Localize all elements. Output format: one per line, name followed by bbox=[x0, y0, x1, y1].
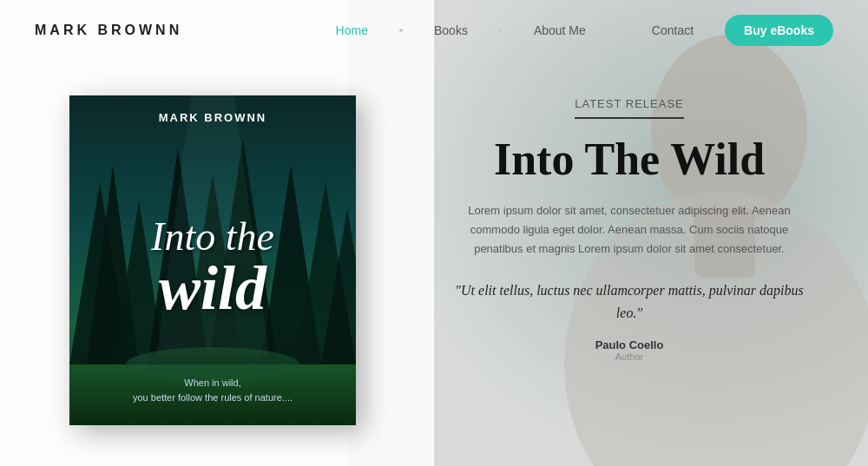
quote-author-name: Paulo Coello bbox=[443, 338, 816, 351]
book-cover-title: Into the wild bbox=[69, 217, 356, 319]
nav-about[interactable]: About Me bbox=[534, 23, 586, 37]
section-label: Latest Release bbox=[575, 97, 684, 119]
header: MARK BROWNN Home Books About Me Contact … bbox=[0, 0, 868, 61]
book-cover-title-line2: wild bbox=[69, 257, 356, 319]
book-cover-wrapper: MARK BROWNN Into the wild When in wild, … bbox=[69, 95, 356, 425]
main-book-title: Into The Wild bbox=[443, 135, 816, 184]
nav-books[interactable]: Books bbox=[434, 23, 468, 37]
book-cover-author: MARK BROWNN bbox=[159, 111, 267, 124]
book-cover-title-line1: Into the bbox=[69, 217, 356, 257]
quote-author-role: Author bbox=[443, 351, 816, 362]
nav-divider-3 bbox=[617, 29, 621, 32]
main-content: Latest Release Into The Wild Lorem ipsum… bbox=[417, 78, 842, 379]
quote-text: "Ut elit tellus, luctus nec ullamcorper … bbox=[443, 279, 816, 324]
main-nav: Home Books About Me Contact Buy eBooks bbox=[336, 15, 833, 46]
nav-divider-2 bbox=[499, 29, 503, 32]
book-cover-subtitle: When in wild, you better follow the rule… bbox=[133, 376, 293, 404]
nav-contact[interactable]: Contact bbox=[652, 23, 694, 37]
book-cover: MARK BROWNN Into the wild When in wild, … bbox=[69, 95, 356, 425]
nav-home[interactable]: Home bbox=[336, 23, 368, 37]
book-subtitle-line1: When in wild, bbox=[133, 376, 293, 391]
nav-divider-1 bbox=[399, 29, 403, 32]
book-subtitle-line2: you better follow the rules of nature...… bbox=[133, 391, 293, 405]
book-description: Lorem ipsum dolor sit amet, consectetuer… bbox=[443, 201, 816, 259]
buy-ebooks-button[interactable]: Buy eBooks bbox=[725, 15, 833, 46]
site-logo: MARK BROWNN bbox=[35, 23, 182, 38]
